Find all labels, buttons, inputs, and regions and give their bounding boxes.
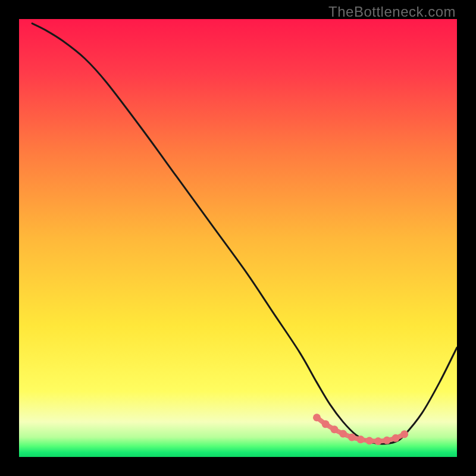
highlight-marker: [400, 430, 408, 438]
highlight-marker: [383, 437, 391, 444]
highlight-marker: [313, 414, 321, 421]
highlight-marker: [374, 437, 382, 445]
bottleneck-chart: [19, 19, 457, 457]
highlight-marker: [392, 434, 399, 442]
highlight-marker: [357, 436, 365, 443]
chart-background: [19, 19, 457, 457]
highlight-marker: [322, 420, 330, 428]
highlight-marker: [330, 425, 338, 433]
chart-frame: [19, 19, 457, 457]
highlight-marker: [348, 433, 356, 441]
highlight-marker: [339, 430, 347, 437]
highlight-marker: [365, 437, 373, 444]
watermark-text: TheBottleneck.com: [328, 4, 456, 20]
